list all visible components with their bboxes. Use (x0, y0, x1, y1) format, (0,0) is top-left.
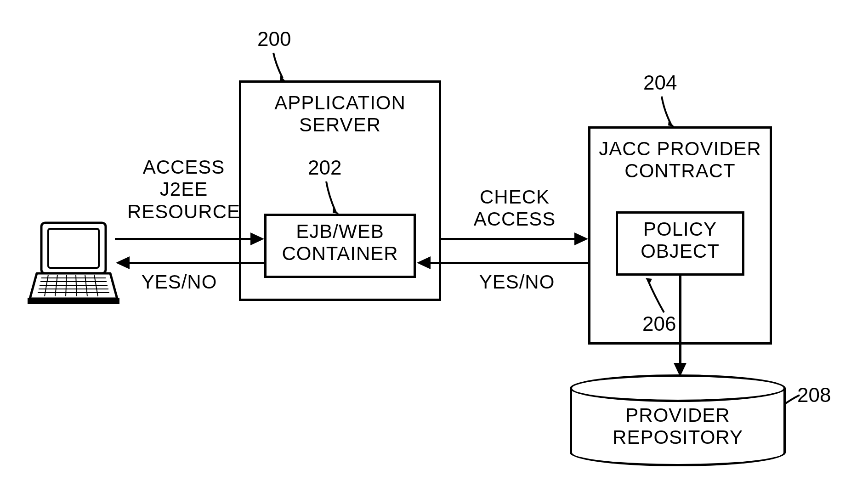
ref-200: 200 (257, 28, 291, 51)
ejb-web-container-label: EJB/WEB CONTAINER (264, 221, 416, 265)
svg-marker-17 (646, 278, 652, 284)
arrow-yesno2-head (417, 256, 431, 269)
policy-object-label: POLICY OBJECT (616, 218, 744, 263)
ref-206: 206 (642, 312, 676, 335)
jacc-provider-label: JACC PROVIDER CONTRACT (588, 138, 772, 182)
svg-rect-2 (28, 298, 119, 304)
arrow-check-line (441, 238, 577, 240)
yesno2-label: YES/NO (471, 271, 563, 293)
arrow-access-head (250, 232, 264, 245)
ref-208: 208 (797, 384, 831, 407)
ref-202: 202 (308, 156, 341, 179)
ref-204: 204 (643, 71, 677, 94)
leader-200 (269, 51, 287, 80)
application-server-label: APPLICATION SERVER (239, 92, 441, 136)
leader-206 (646, 278, 669, 315)
arrow-yesno1-line (129, 262, 264, 264)
svg-rect-1 (48, 229, 99, 268)
leader-204 (657, 94, 675, 126)
arrow-yesno2-line (430, 262, 588, 264)
svg-marker-15 (333, 208, 339, 214)
svg-marker-14 (280, 76, 286, 80)
leader-202 (322, 179, 340, 214)
laptop-icon (25, 221, 122, 312)
svg-marker-16 (668, 121, 675, 126)
arrow-access-line (115, 238, 253, 240)
arrow-policy-down (679, 276, 681, 365)
arrow-check-head (574, 232, 588, 245)
access-label: ACCESS J2EE RESOURCE (126, 156, 241, 223)
check-label: CHECK ACCESS (469, 186, 561, 231)
provider-repository-label: PROVIDER REPOSITORY (570, 404, 786, 449)
architecture-diagram: APPLICATION SERVER EJB/WEB CONTAINER JAC… (0, 0, 868, 498)
arrow-yesno1-head (116, 256, 130, 269)
yesno1-label: YES/NO (133, 271, 225, 293)
